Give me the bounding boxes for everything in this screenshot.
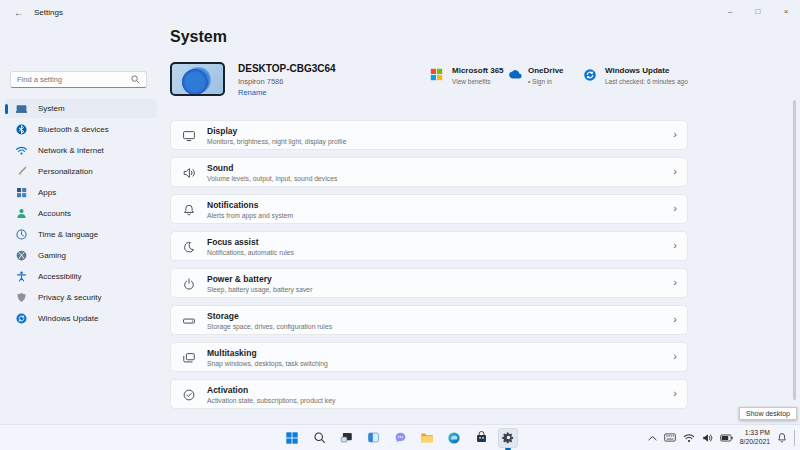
tray-date: 8/20/2021 — [740, 438, 770, 446]
settings-app-button[interactable] — [498, 428, 518, 448]
row-activation[interactable]: Activation Activation state, subscriptio… — [170, 379, 688, 409]
chevron-right-icon: › — [673, 239, 677, 251]
row-title: Power & battery — [207, 274, 272, 284]
settings-list: Display Monitors, brightness, night ligh… — [170, 120, 688, 416]
row-display[interactable]: Display Monitors, brightness, night ligh… — [170, 120, 688, 150]
taskbar: 1:33 PM 8/20/2021 — [0, 424, 800, 450]
settings-window: ← Settings – □ × System Bluetooth & devi… — [0, 0, 800, 450]
sidebar-item-privacy-security[interactable]: Privacy & security — [5, 288, 157, 307]
paintbrush-icon — [15, 165, 28, 178]
show-desktop-button[interactable] — [794, 430, 795, 446]
status-onedrive[interactable]: OneDrive • Sign in — [506, 66, 564, 85]
task-view-button[interactable] — [336, 428, 356, 448]
system-icon — [15, 102, 28, 115]
sidebar-item-system[interactable]: System — [5, 99, 157, 118]
storage-drive-icon — [182, 314, 196, 328]
chevron-right-icon: › — [673, 276, 677, 288]
device-name: DESKTOP-CBG3C64 — [238, 63, 336, 74]
device-model: Inspiron 7586 — [238, 77, 283, 86]
row-title: Display — [207, 126, 237, 136]
start-button[interactable] — [282, 428, 302, 448]
tray-battery-icon[interactable] — [720, 434, 733, 442]
chevron-right-icon: › — [673, 165, 677, 177]
row-power-battery[interactable]: Power & battery Sleep, battery usage, ba… — [170, 268, 688, 298]
shield-icon — [15, 291, 28, 304]
tray-wifi-icon[interactable] — [683, 433, 695, 443]
chevron-right-icon: › — [673, 387, 677, 399]
row-subtitle: Sleep, battery usage, battery saver — [207, 286, 312, 293]
sidebar-item-label: Windows Update — [38, 314, 98, 323]
back-icon[interactable]: ← — [14, 7, 24, 18]
row-subtitle: Volume levels, output, input, sound devi… — [207, 175, 337, 182]
microsoft-365-icon — [430, 68, 445, 83]
file-explorer-button[interactable] — [417, 428, 437, 448]
widgets-button[interactable] — [363, 428, 383, 448]
row-title: Activation — [207, 385, 248, 395]
activation-check-icon — [182, 388, 196, 402]
sidebar-item-accessibility[interactable]: Accessibility — [5, 267, 157, 286]
row-sound[interactable]: Sound Volume levels, output, input, soun… — [170, 157, 688, 187]
row-multitasking[interactable]: Multitasking Snap windows, desktops, tas… — [170, 342, 688, 372]
row-subtitle: Notifications, automatic rules — [207, 249, 294, 256]
chat-button[interactable] — [390, 428, 410, 448]
system-tray: 1:33 PM 8/20/2021 — [648, 425, 795, 450]
sidebar-item-label: Privacy & security — [38, 293, 102, 302]
window-title: Settings — [34, 8, 63, 17]
sidebar-item-accounts[interactable]: Accounts — [5, 204, 157, 223]
xbox-icon — [15, 249, 28, 262]
search-input[interactable] — [17, 75, 131, 84]
row-storage[interactable]: Storage Storage space, drives, configura… — [170, 305, 688, 335]
microsoft-store-button[interactable] — [471, 428, 491, 448]
taskbar-clock[interactable]: 1:33 PM 8/20/2021 — [740, 429, 770, 446]
update-icon — [15, 312, 28, 325]
row-subtitle: Activation state, subscriptions, product… — [207, 397, 335, 404]
row-title: Multitasking — [207, 348, 257, 358]
sidebar-item-gaming[interactable]: Gaming — [5, 246, 157, 265]
accessibility-icon — [15, 270, 28, 283]
row-subtitle: Snap windows, desktops, task switching — [207, 360, 328, 367]
sidebar-item-label: Network & internet — [38, 146, 104, 155]
maximize-button[interactable]: □ — [744, 0, 772, 22]
minimize-button[interactable]: – — [716, 0, 744, 22]
sidebar-item-time-language[interactable]: Time & language — [5, 225, 157, 244]
focus-assist-moon-icon — [182, 240, 196, 254]
tray-time: 1:33 PM — [740, 429, 770, 437]
status-subtitle: Last checked: 6 minutes ago — [605, 78, 688, 85]
status-microsoft-365[interactable]: Microsoft 365 View benefits — [430, 66, 504, 85]
sidebar-item-label: Apps — [38, 188, 56, 197]
sidebar-item-apps[interactable]: Apps — [5, 183, 157, 202]
tray-chevron-up-icon[interactable] — [648, 435, 657, 441]
chevron-right-icon: › — [673, 313, 677, 325]
sidebar-item-bluetooth-devices[interactable]: Bluetooth & devices — [5, 120, 157, 139]
chevron-right-icon: › — [673, 202, 677, 214]
touch-keyboard-icon[interactable] — [664, 433, 676, 442]
sound-icon — [182, 166, 196, 180]
row-title: Sound — [207, 163, 233, 173]
device-wallpaper-thumbnail — [170, 62, 225, 96]
edge-browser-button[interactable] — [444, 428, 464, 448]
sidebar-nav: System Bluetooth & devices Network & int… — [5, 99, 157, 330]
rename-link[interactable]: Rename — [238, 88, 266, 97]
row-focus-assist[interactable]: Focus assist Notifications, automatic ru… — [170, 231, 688, 261]
tray-volume-icon[interactable] — [702, 433, 713, 443]
apps-grid-icon — [15, 186, 28, 199]
notification-bell-icon[interactable] — [777, 432, 787, 443]
taskbar-search-button[interactable] — [309, 428, 329, 448]
status-windows-update[interactable]: Windows Update Last checked: 6 minutes a… — [583, 66, 688, 85]
status-subtitle: • Sign in — [528, 78, 564, 85]
scrollbar[interactable] — [793, 100, 796, 400]
wifi-icon — [15, 144, 28, 157]
sidebar-item-network-internet[interactable]: Network & internet — [5, 141, 157, 160]
row-notifications[interactable]: Notifications Alerts from apps and syste… — [170, 194, 688, 224]
show-desktop-tooltip: Show desktop — [739, 407, 797, 420]
sidebar-item-personalization[interactable]: Personalization — [5, 162, 157, 181]
multitasking-windows-icon — [182, 351, 196, 365]
clock-globe-icon — [15, 228, 28, 241]
row-title: Focus assist — [207, 237, 259, 247]
sidebar-item-label: Personalization — [38, 167, 93, 176]
close-button[interactable]: × — [772, 0, 800, 22]
search-box[interactable] — [10, 71, 147, 88]
sidebar-item-windows-update[interactable]: Windows Update — [5, 309, 157, 328]
person-icon — [15, 207, 28, 220]
sidebar-item-label: Bluetooth & devices — [38, 125, 109, 134]
